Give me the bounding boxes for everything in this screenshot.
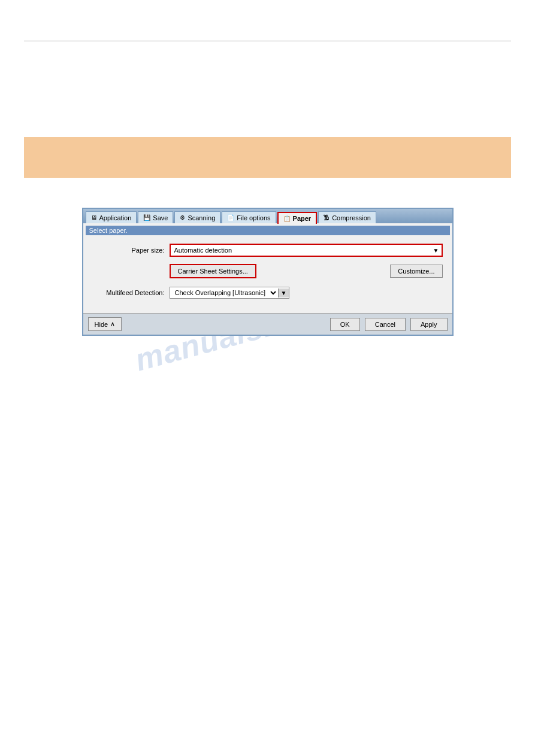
- scanning-icon: ⚙: [180, 214, 185, 221]
- paper-size-label: Paper size:: [93, 247, 165, 254]
- tab-file-options[interactable]: 📄 File options: [222, 211, 276, 223]
- tab-paper-label: Paper: [293, 215, 312, 222]
- tab-save-label: Save: [153, 214, 168, 221]
- tab-paper[interactable]: 📋 Paper: [277, 212, 318, 224]
- info-banner: [24, 137, 511, 178]
- multifeed-detection-row: Multifeed Detection: Check Overlapping […: [93, 287, 443, 299]
- hide-chevron-icon: ∧: [110, 320, 115, 328]
- apply-button[interactable]: Apply: [410, 318, 448, 331]
- multifeed-select-wrapper[interactable]: Check Overlapping [Ultrasonic] Check Len…: [170, 287, 290, 299]
- bottom-button-bar: Hide ∧ OK Cancel Apply: [83, 313, 452, 335]
- multifeed-dropdown-arrow[interactable]: ▼: [278, 289, 289, 297]
- tab-compression[interactable]: 🗜 Compression: [318, 211, 376, 223]
- paper-icon: 📋: [283, 215, 291, 222]
- compression-icon: 🗜: [324, 214, 330, 221]
- dialog-buttons-right: OK Cancel Apply: [328, 318, 448, 331]
- dialog-body: Paper size: Automatic detection ▼ Carrie…: [83, 238, 452, 309]
- tab-compression-label: Compression: [332, 214, 371, 221]
- multifeed-select[interactable]: Check Overlapping [Ultrasonic] Check Len…: [170, 287, 278, 298]
- cancel-button[interactable]: Cancel: [365, 318, 406, 331]
- tab-save[interactable]: 💾 Save: [138, 211, 173, 223]
- tab-bar: 🖥 Application 💾 Save ⚙ Scanning 📄 File o…: [83, 209, 452, 223]
- tab-scanning-label: Scanning: [188, 214, 215, 221]
- tab-application[interactable]: 🖥 Application: [86, 211, 137, 223]
- paper-size-select[interactable]: Automatic detection: [174, 247, 438, 254]
- tab-scanning[interactable]: ⚙ Scanning: [174, 211, 220, 223]
- carrier-customize-row: Carrier Sheet Settings... Customize...: [93, 264, 443, 278]
- paper-size-row: Paper size: Automatic detection ▼: [93, 244, 443, 257]
- carrier-sheet-settings-button[interactable]: Carrier Sheet Settings...: [170, 264, 256, 278]
- dialog-wrapper: 🖥 Application 💾 Save ⚙ Scanning 📄 File o…: [82, 208, 454, 336]
- hide-button[interactable]: Hide ∧: [88, 317, 122, 331]
- hide-button-label: Hide: [95, 321, 108, 328]
- top-divider: [24, 41, 511, 41]
- paper-size-select-wrapper[interactable]: Automatic detection ▼: [170, 244, 443, 257]
- file-options-icon: 📄: [227, 214, 234, 221]
- section-label: Select paper.: [86, 226, 450, 235]
- tab-application-label: Application: [99, 214, 132, 221]
- ok-button[interactable]: OK: [330, 318, 360, 331]
- scanner-dialog: 🖥 Application 💾 Save ⚙ Scanning 📄 File o…: [82, 208, 454, 336]
- customize-button[interactable]: Customize...: [390, 265, 442, 278]
- application-icon: 🖥: [91, 214, 97, 221]
- tab-file-options-label: File options: [237, 214, 270, 221]
- multifeed-label: Multifeed Detection:: [93, 289, 165, 296]
- save-icon: 💾: [143, 214, 150, 221]
